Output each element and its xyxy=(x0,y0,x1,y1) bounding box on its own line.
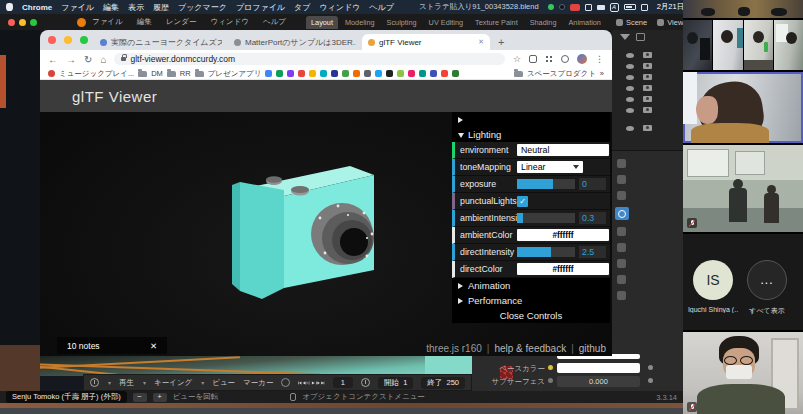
base-color-socket-icon[interactable] xyxy=(548,365,553,370)
blender-menu-window[interactable]: ウィンドウ xyxy=(211,17,249,26)
blender-menu-file[interactable]: ファイル xyxy=(92,17,123,26)
eye-icon[interactable] xyxy=(626,64,634,69)
bookmark-favicon[interactable] xyxy=(276,70,283,77)
punctual-lights-checkbox[interactable] xyxy=(517,196,528,207)
bookmark-favicon[interactable] xyxy=(342,70,349,77)
notes-close-icon[interactable]: ✕ xyxy=(150,341,157,351)
timeline-playback-menu[interactable]: 再生 xyxy=(119,378,134,388)
animate-property-icon[interactable] xyxy=(648,365,653,370)
render-visibility-icon[interactable] xyxy=(643,96,652,102)
bookmark-favicon[interactable] xyxy=(419,70,426,77)
participant-video-active-speaker[interactable] xyxy=(683,72,803,143)
blender-close-button[interactable] xyxy=(8,19,15,26)
blender-menu-render[interactable]: レンダー xyxy=(166,17,197,26)
properties-tab-icon[interactable] xyxy=(617,243,626,252)
menu-view[interactable]: 表示 xyxy=(128,2,144,13)
participant-video[interactable] xyxy=(683,20,712,70)
direct-intensity-value[interactable]: 2.5 xyxy=(579,246,606,258)
workspace-layout[interactable]: Layout xyxy=(306,16,338,29)
bookmark-folder-space-product[interactable]: スペースプロダクト xyxy=(527,69,596,79)
display-icon[interactable] xyxy=(585,4,592,11)
outliner-row[interactable] xyxy=(626,52,652,58)
wifi-icon[interactable] xyxy=(597,5,605,10)
environment-select[interactable]: Neutral xyxy=(517,144,609,156)
menu-edit[interactable]: 編集 xyxy=(103,2,119,13)
properties-tab-icon[interactable] xyxy=(617,191,626,200)
menu-tab[interactable]: タブ xyxy=(294,2,310,13)
animate-property-icon[interactable] xyxy=(648,378,653,383)
zoom-in-button[interactable]: + xyxy=(153,393,167,402)
home-button[interactable]: ⌂ xyxy=(100,54,106,65)
github-link[interactable]: github xyxy=(579,343,606,354)
participant-video[interactable] xyxy=(774,20,803,70)
ambient-intensity-value[interactable]: 0.3 xyxy=(579,212,606,224)
blender-minimize-button[interactable] xyxy=(19,19,26,26)
bookmark-favicon[interactable] xyxy=(364,70,371,77)
bookmark-favicon[interactable] xyxy=(298,70,305,77)
blender-zoom-button[interactable] xyxy=(30,19,37,26)
menu-file[interactable]: ファイル xyxy=(61,2,94,13)
blender-menu-edit[interactable]: 編集 xyxy=(137,17,152,26)
folder-icon[interactable] xyxy=(195,71,204,77)
chrome-menu-icon[interactable]: ⋮ xyxy=(595,54,604,64)
render-visibility-icon[interactable] xyxy=(643,63,652,69)
frame-end-field[interactable]: 終了 250 xyxy=(421,377,465,389)
outliner-row[interactable] xyxy=(626,107,652,113)
eye-icon[interactable] xyxy=(626,53,634,58)
folder-animation[interactable]: Animation xyxy=(452,278,610,293)
participant-video-masked-man[interactable] xyxy=(683,332,803,414)
timeline-keying-menu[interactable]: キーイング xyxy=(154,378,192,388)
exposure-value[interactable]: 0 xyxy=(579,178,606,190)
folder-icon[interactable] xyxy=(138,71,147,77)
render-visibility-icon[interactable] xyxy=(643,74,652,80)
address-bar[interactable]: gltf-viewer.donmccurdy.com xyxy=(114,53,504,65)
menu-profiles[interactable]: プロファイル xyxy=(236,2,285,13)
participant-video-office-room[interactable] xyxy=(683,145,803,232)
input-source-icon[interactable]: A xyxy=(610,3,619,12)
bookmark-favicon[interactable] xyxy=(441,70,448,77)
notes-chip[interactable]: 10 notes ✕ xyxy=(57,337,167,354)
workspace-texture-paint[interactable]: Texture Paint xyxy=(470,16,523,29)
properties-tab-icon[interactable] xyxy=(617,275,626,284)
blender-logo-icon[interactable] xyxy=(77,18,86,27)
properties-tab-icon[interactable] xyxy=(617,175,626,184)
bookmark-favicon[interactable] xyxy=(320,70,327,77)
timeline-marker-menu[interactable]: マーカー xyxy=(243,378,273,388)
properties-tab-icon[interactable] xyxy=(617,227,626,236)
eye-icon[interactable] xyxy=(626,86,634,91)
menu-history[interactable]: 履歴 xyxy=(153,2,169,13)
star-bookmark-icon[interactable]: ☆ xyxy=(513,54,521,64)
bookmark-favicon[interactable] xyxy=(287,70,294,77)
outliner-row[interactable] xyxy=(626,63,652,69)
new-tab-button[interactable]: + xyxy=(498,36,504,50)
properties-tab-physics-icon[interactable] xyxy=(615,207,629,220)
bookmark-folder-dm[interactable]: DM xyxy=(151,69,163,78)
outliner-row[interactable] xyxy=(626,125,652,131)
workspace-uv-editing[interactable]: UV Editing xyxy=(424,16,468,29)
chrome-close-button[interactable] xyxy=(48,36,56,44)
folder-display[interactable] xyxy=(452,112,610,127)
folder-icon[interactable] xyxy=(514,71,523,77)
camera-model-3d[interactable] xyxy=(222,150,397,302)
screen-record-icon[interactable] xyxy=(570,4,580,11)
lock-icon[interactable] xyxy=(121,57,126,61)
sidebar-icon[interactable] xyxy=(561,55,569,63)
timeline-clock-icon[interactable] xyxy=(90,378,99,387)
folder-icon[interactable] xyxy=(167,71,176,77)
url-text[interactable]: gltf-viewer.donmccurdy.com xyxy=(130,54,235,64)
properties-tab-icon[interactable] xyxy=(617,291,626,300)
render-visibility-icon[interactable] xyxy=(643,52,652,58)
tonemapping-select[interactable]: Linear xyxy=(517,161,583,173)
bookmark-folder-presentation[interactable]: プレゼンアプリ xyxy=(208,69,262,79)
filter-icon[interactable] xyxy=(620,34,630,40)
bookmark-favicon[interactable] xyxy=(375,70,382,77)
workspace-modeling[interactable]: Modeling xyxy=(340,16,380,29)
ambient-intensity-slider[interactable] xyxy=(517,213,575,223)
bookmark-favicon[interactable] xyxy=(331,70,338,77)
workspace-animation[interactable]: Animation xyxy=(563,16,605,29)
render-visibility-icon[interactable] xyxy=(643,107,652,113)
battery-icon[interactable] xyxy=(624,4,636,10)
close-controls-button[interactable]: Close Controls xyxy=(452,308,610,323)
apple-menu-icon[interactable] xyxy=(6,3,13,11)
direct-intensity-slider[interactable] xyxy=(517,247,575,257)
